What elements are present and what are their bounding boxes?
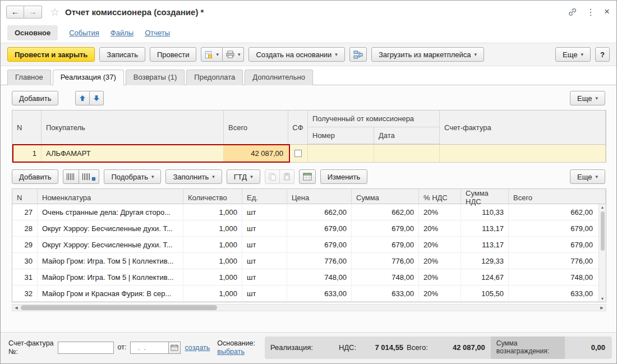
window-menu-icon[interactable]: ⋮ [586, 7, 595, 17]
help-button[interactable]: ? [595, 47, 610, 62]
cell-vat-percent[interactable]: 20% [419, 204, 461, 220]
create-based-on-button[interactable]: Создать на основании ▾ [248, 47, 344, 62]
col-total[interactable]: Всего [509, 189, 606, 206]
cell-vat-sum[interactable]: 105,50 [461, 285, 509, 301]
post-and-close-button[interactable]: Провести и закрыть [7, 47, 95, 62]
tab-additional[interactable]: Дополнительно [245, 70, 313, 85]
cell-unit[interactable]: шт [242, 237, 287, 252]
col-vat-sum[interactable]: Сумма НДС [461, 189, 509, 206]
load-from-marketplace-button[interactable]: Загрузить из маркетплейса ▾ [371, 47, 484, 62]
col-number[interactable]: Номер [308, 127, 374, 144]
table-row[interactable]: 32 Майор Гром и Красная Фурия: В сер... … [12, 285, 606, 302]
cell-sum[interactable]: 633,00 [352, 285, 419, 301]
cell-n[interactable]: 27 [12, 204, 38, 220]
table-row[interactable]: 29 Округ Хэрроу: Бесчисленные духи. Т...… [12, 237, 606, 253]
cell-sum[interactable]: 662,00 [352, 204, 419, 220]
cell-vat-sum[interactable]: 113,17 [461, 237, 509, 252]
cell-quantity[interactable]: 1,000 [183, 220, 242, 236]
cell-nomenclature[interactable]: Округ Хэрроу: Бесчисленные духи. Т... [38, 220, 183, 236]
vertical-scrollbar[interactable]: ▲ ▼ [598, 204, 606, 302]
cell-n[interactable]: 32 [12, 285, 38, 301]
cell-n[interactable]: 28 [12, 220, 38, 236]
cell-sum[interactable]: 679,00 [352, 237, 419, 252]
cell-date[interactable] [374, 145, 440, 162]
col-unit[interactable]: Ед. [242, 189, 287, 206]
col-vat-percent[interactable]: % НДС [419, 189, 461, 206]
cell-price[interactable]: 633,00 [287, 285, 352, 301]
table-row[interactable]: 27 Очень странные дела: Другая сторо... … [12, 204, 606, 220]
scroll-down-icon[interactable]: ▼ [601, 296, 605, 302]
cell-unit[interactable]: шт [242, 204, 287, 220]
add-buyer-button[interactable]: Добавить [12, 91, 58, 105]
cell-total[interactable]: 633,00 [509, 285, 606, 301]
col-price[interactable]: Цена [287, 189, 352, 206]
cell-vat-percent[interactable]: 20% [419, 220, 461, 236]
cell-total[interactable]: 748,00 [509, 269, 606, 285]
cell-price[interactable]: 679,00 [287, 220, 352, 236]
col-n[interactable]: N [12, 110, 42, 144]
barcode-scan-button[interactable] [63, 169, 79, 184]
move-down-button[interactable] [90, 91, 104, 105]
cell-price[interactable]: 679,00 [287, 237, 352, 252]
sf-checkbox[interactable] [294, 150, 302, 157]
favorite-star-icon[interactable]: ☆ [50, 6, 59, 19]
col-quantity[interactable]: Количество [183, 189, 242, 206]
nav-item-reports[interactable]: Отчеты [145, 29, 170, 37]
horizontal-scrollbar[interactable]: ◀ ▶ [12, 304, 606, 311]
add-item-button[interactable]: Добавить [12, 169, 58, 184]
cell-total[interactable]: 776,00 [509, 253, 606, 269]
tab-returns[interactable]: Возвраты (1) [126, 70, 185, 85]
cell-sum[interactable]: 679,00 [352, 220, 419, 236]
cell-vat-percent[interactable]: 20% [419, 237, 461, 252]
cell-price[interactable]: 662,00 [287, 204, 352, 220]
cell-total[interactable]: 679,00 [509, 220, 606, 236]
invoice-date-input[interactable] [130, 342, 168, 354]
cell-nomenclature[interactable]: Очень странные дела: Другая сторо... [38, 204, 183, 220]
tab-prepayment[interactable]: Предоплата [186, 70, 243, 85]
cell-vat-percent[interactable]: 20% [419, 253, 461, 269]
edo-dropdown-button[interactable]: ▾ [201, 47, 223, 62]
nav-item-files[interactable]: Файлы [110, 29, 133, 37]
output-list-button[interactable] [299, 169, 316, 184]
cell-vat-sum[interactable]: 124,67 [461, 269, 509, 285]
cell-total[interactable]: 42 087,00 [224, 145, 288, 162]
choose-basis-link[interactable]: выбрать [217, 348, 255, 356]
cell-nomenclature[interactable]: Майор Гром: Игра. Том 5 | Коллектив... [38, 269, 183, 285]
close-icon[interactable]: × [604, 6, 610, 17]
col-total[interactable]: Всего [224, 110, 288, 144]
tab-realization[interactable]: Реализация (37) [53, 70, 124, 85]
cell-nomenclature[interactable]: Майор Гром: Игра. Том 5 | Коллектив... [38, 253, 183, 269]
pick-button[interactable]: Подобрать ▾ [104, 169, 161, 184]
cell-vat-sum[interactable]: 129,33 [461, 253, 509, 269]
cell-unit[interactable]: шт [242, 220, 287, 236]
paste-rows-button[interactable] [280, 169, 294, 184]
cell-vat-percent[interactable]: 20% [419, 269, 461, 285]
create-invoice-link[interactable]: создать [185, 344, 210, 352]
cell-vat-percent[interactable]: 20% [419, 285, 461, 301]
post-button[interactable]: Провести [150, 47, 197, 62]
items-more-button[interactable]: Еще ▾ [570, 169, 605, 184]
forward-button[interactable]: → [24, 6, 42, 19]
gtd-button[interactable]: ГТД ▾ [227, 169, 260, 184]
cell-buyer[interactable]: АЛЬФАМАРТ [42, 145, 224, 162]
get-link-icon[interactable] [568, 7, 577, 17]
scroll-left-icon[interactable]: ◀ [12, 306, 20, 310]
cell-vat-sum[interactable]: 113,17 [461, 220, 509, 236]
copy-rows-button[interactable] [265, 169, 280, 184]
cell-price[interactable]: 776,00 [287, 253, 352, 269]
toolbar-more-button[interactable]: Еще ▾ [555, 47, 591, 62]
col-invoice[interactable]: Счет-фактура [440, 110, 606, 144]
col-received-group[interactable]: Полученный от комиссионера [308, 110, 440, 127]
scroll-right-icon[interactable]: ▶ [598, 306, 606, 310]
barcode-search-button[interactable] [79, 169, 99, 184]
cell-n[interactable]: 30 [12, 253, 38, 269]
buyers-more-button[interactable]: Еще ▾ [570, 91, 605, 105]
col-buyer[interactable]: Покупатель [42, 110, 224, 144]
cell-quantity[interactable]: 1,000 [183, 285, 242, 301]
cell-unit[interactable]: шт [242, 269, 287, 285]
cell-sum[interactable]: 748,00 [352, 269, 419, 285]
move-up-button[interactable] [75, 91, 90, 105]
cell-unit[interactable]: шт [242, 285, 287, 301]
cell-vat-sum[interactable]: 110,33 [461, 204, 509, 220]
print-dropdown-button[interactable]: ▾ [223, 47, 245, 62]
